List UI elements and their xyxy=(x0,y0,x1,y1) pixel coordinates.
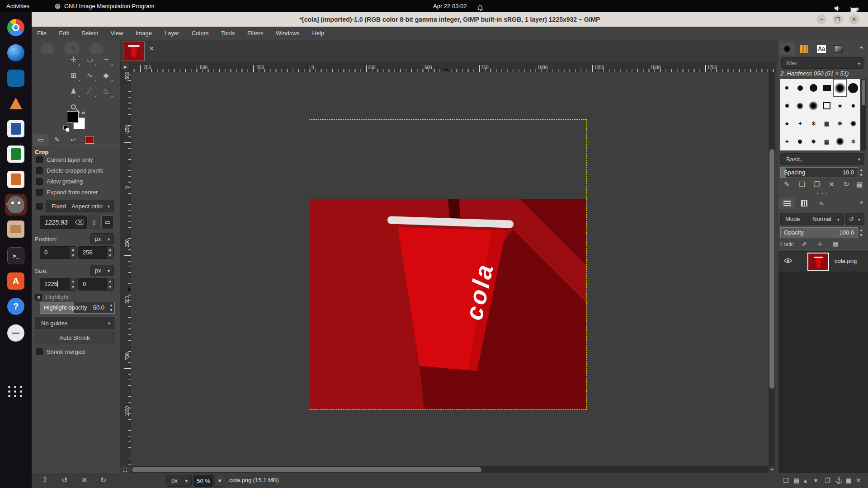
mode-switch-button[interactable]: ↺ ▾ xyxy=(845,213,864,225)
menu-layer[interactable]: Layer xyxy=(159,27,185,40)
tool-free-select[interactable]: ∽ xyxy=(99,52,113,66)
foreground-color-swatch[interactable] xyxy=(67,111,79,123)
edit-brush-icon[interactable]: ✎ xyxy=(784,180,790,188)
battery-icon[interactable] xyxy=(850,4,859,16)
checkbox-fixed[interactable] xyxy=(36,203,43,210)
position-x-spinbox[interactable]: 0 ▲▼ xyxy=(40,246,77,259)
tool-bucket-fill[interactable]: ◆ xyxy=(99,68,113,82)
dock-terminal-icon[interactable]: >_ xyxy=(5,245,27,267)
auto-shrink-button[interactable]: Auto Shrink xyxy=(35,332,114,344)
minimize-button[interactable]: – xyxy=(816,14,826,24)
brush-swatch[interactable]: ▦ xyxy=(821,115,833,132)
tab-layers[interactable] xyxy=(779,197,795,209)
menu-help[interactable]: Help xyxy=(307,27,330,40)
activities-button[interactable]: Activities xyxy=(6,0,29,12)
tab-device-status[interactable]: ✎ xyxy=(49,134,65,145)
portrait-orientation-button[interactable]: ▯ xyxy=(89,216,99,229)
landscape-orientation-button[interactable]: ▭ xyxy=(101,216,114,229)
delete-layer-icon[interactable]: ✕ xyxy=(856,477,861,484)
tab-paths[interactable]: ∿ xyxy=(814,197,829,209)
layer-visibility-eye-icon[interactable] xyxy=(784,258,792,265)
menu-image[interactable]: Image xyxy=(130,27,157,40)
delete-brush-icon[interactable]: ✕ xyxy=(829,180,835,188)
brush-swatch[interactable] xyxy=(794,80,807,96)
size-width-spinbox[interactable]: 1225 ▲▼ xyxy=(40,278,77,291)
status-unit-dropdown[interactable]: px ▾ xyxy=(166,475,192,487)
brush-swatch[interactable] xyxy=(847,115,859,132)
brush-scrollbar-thumb[interactable] xyxy=(862,80,865,105)
layer-name[interactable]: cola.png xyxy=(835,258,857,264)
tab-undo-history[interactable]: ↩ xyxy=(66,134,81,145)
brush-swatch[interactable]: ❄ xyxy=(847,133,859,150)
brush-filter-input[interactable]: filter ▾ xyxy=(781,57,864,69)
opacity-steppers[interactable]: ▲▼ xyxy=(859,228,863,238)
volume-icon[interactable] xyxy=(834,3,841,15)
dock-files-icon[interactable] xyxy=(5,218,27,240)
spacing-steppers[interactable]: ▲▼ xyxy=(859,168,863,178)
checkbox-allow-growing[interactable] xyxy=(36,178,43,185)
spin-steppers[interactable]: ▲▼ xyxy=(106,278,113,290)
zoom-dropdown-button[interactable]: ▾ xyxy=(214,475,225,487)
brush-grid[interactable]: ★ ✹ ★ ✦ ❄ ▦ ❋ ✦ ✹ ▦ ❄ xyxy=(780,79,860,150)
lock-position-icon[interactable]: ✛ xyxy=(817,241,822,248)
brush-swatch[interactable]: ★ xyxy=(834,98,846,114)
dock-help-icon[interactable]: ? xyxy=(5,296,27,317)
dock-blue-sphere-icon[interactable] xyxy=(5,42,27,64)
brush-swatch[interactable] xyxy=(781,98,793,114)
show-applications-button[interactable] xyxy=(5,380,27,402)
brush-swatch[interactable] xyxy=(794,98,807,114)
tab-tool-options[interactable]: ▭ xyxy=(33,134,48,145)
clock[interactable]: Apr 22 03:02 xyxy=(433,0,467,12)
size-height-spinbox[interactable]: 0 ▲▼ xyxy=(78,278,114,291)
tool-clone[interactable]: ♟ xyxy=(66,84,81,98)
menu-edit[interactable]: Edit xyxy=(54,27,75,40)
open-brush-icon[interactable]: ▤ xyxy=(856,180,863,188)
dock-writer-icon[interactable] xyxy=(5,118,27,140)
brush-group-dropdown[interactable]: Basic, ▾ xyxy=(780,153,864,165)
brush-swatch[interactable]: ▦ xyxy=(821,133,833,150)
tab-patterns[interactable] xyxy=(797,43,812,55)
new-layer-icon[interactable]: ❏ xyxy=(783,477,789,484)
brush-swatch[interactable] xyxy=(807,98,820,114)
menu-filters[interactable]: Filters xyxy=(242,27,269,40)
tool-smudge[interactable]: ☄ xyxy=(82,84,97,98)
focused-app-name[interactable]: GNU Image Manipulation Program xyxy=(64,0,154,12)
lower-layer-icon[interactable]: ▾ xyxy=(814,477,817,484)
vertical-scrollbar-thumb[interactable] xyxy=(769,149,774,389)
aspect-ratio-input[interactable]: 1225:93 ⌫ xyxy=(40,216,87,229)
highlight-opacity-slider[interactable]: Highlight opacity 50.0 ▲▼ xyxy=(40,302,115,314)
checkbox-expand-from-center[interactable] xyxy=(36,189,43,196)
brush-swatch[interactable] xyxy=(807,80,820,96)
restore-tool-preset-icon[interactable]: ↺ xyxy=(61,476,67,484)
duplicate-layer-icon[interactable]: ❐ xyxy=(825,477,830,484)
horizontal-ruler[interactable]: ▶ -750 -500 -250 0 250 500 750 1000 1250… xyxy=(120,62,776,72)
menu-tools[interactable]: Tools xyxy=(216,27,240,40)
layer-mode-dropdown[interactable]: Mode Normal ▾ xyxy=(780,213,844,225)
menu-colors[interactable]: Colors xyxy=(186,27,214,40)
menu-select[interactable]: Select xyxy=(76,27,104,40)
layer-thumbnail[interactable] xyxy=(807,253,829,271)
reset-tool-options-icon[interactable]: ↻ xyxy=(100,476,106,484)
window-title-bar[interactable]: *[cola] (imported)-1.0 (RGB color 8-bit … xyxy=(32,12,868,27)
tool-airbrush[interactable]: ♨ xyxy=(99,84,113,98)
layer-row-cola[interactable]: cola.png xyxy=(778,252,868,272)
checkbox-shrink-merged[interactable] xyxy=(36,348,43,355)
menu-file[interactable]: File xyxy=(32,27,52,40)
brush-swatch[interactable] xyxy=(794,133,807,150)
checkbox-delete-cropped-pixels[interactable] xyxy=(36,167,43,174)
spin-steppers[interactable]: ▲▼ xyxy=(69,247,76,258)
horizontal-scrollbar-thumb[interactable] xyxy=(132,467,481,472)
tool-move[interactable]: ✛ xyxy=(66,52,81,66)
brush-swatch[interactable]: ❋ xyxy=(834,115,846,132)
panel-collapse-arrow-icon[interactable]: ◂ xyxy=(860,44,863,50)
tab-channels[interactable] xyxy=(797,197,812,209)
restore-button[interactable]: ❐ xyxy=(833,14,843,24)
vertical-ruler[interactable]: -500 -250 0 250 500 750 1000 xyxy=(120,72,131,466)
new-layer-group-icon[interactable]: ▤ xyxy=(793,477,799,484)
lock-pixels-icon[interactable]: ✐ xyxy=(802,241,807,248)
brush-swatch[interactable]: ✦ xyxy=(794,115,807,132)
tab-gradients[interactable] xyxy=(831,43,846,55)
brush-swatch[interactable] xyxy=(834,133,846,150)
tool-warp[interactable]: ∿ xyxy=(82,68,97,82)
clear-icon[interactable]: ⌫ xyxy=(75,219,84,226)
